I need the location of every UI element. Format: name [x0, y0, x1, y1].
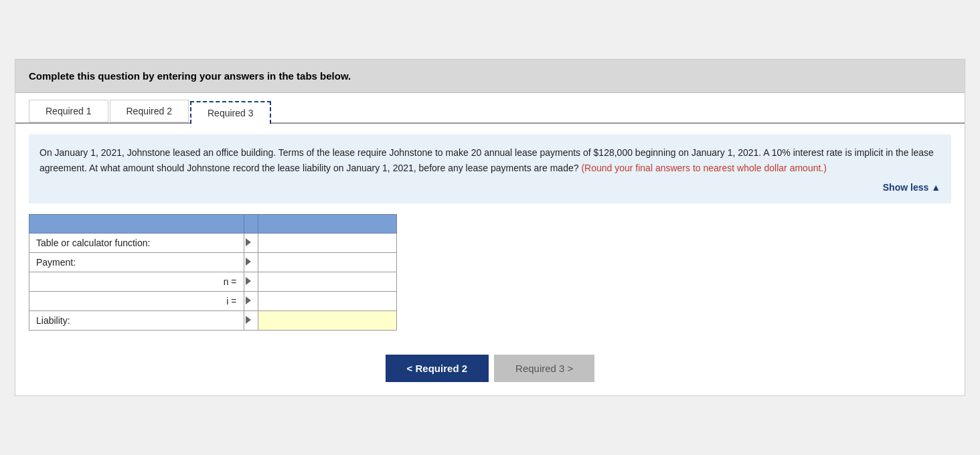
- show-less-container: Show less: [39, 182, 941, 193]
- header-cell-arrow: [244, 214, 258, 233]
- input-cell-liability[interactable]: [258, 310, 397, 330]
- header-cell-label: [29, 214, 244, 233]
- table-header-row: [29, 214, 397, 233]
- arrow-liability: [244, 310, 258, 330]
- main-container: Complete this question by entering your …: [15, 59, 965, 396]
- row-label-liability: Liability:: [29, 310, 244, 330]
- arrow-icon: [246, 258, 251, 266]
- table-row: Liability:: [29, 310, 397, 330]
- input-liability[interactable]: [258, 312, 396, 329]
- header-bar: Complete this question by entering your …: [15, 60, 965, 93]
- table-row: i =: [29, 291, 397, 310]
- arrow-icon: [246, 316, 251, 324]
- input-function[interactable]: [258, 234, 396, 252]
- input-cell-n[interactable]: [258, 272, 397, 291]
- input-i[interactable]: [258, 292, 396, 310]
- next-button[interactable]: Required 3 >: [494, 355, 594, 382]
- bottom-nav: < Required 2 Required 3 >: [15, 341, 965, 395]
- arrow-icon: [246, 296, 251, 304]
- prev-button[interactable]: < Required 2: [386, 355, 489, 382]
- calc-table: Table or calculator function: Payment:: [29, 214, 397, 331]
- input-n[interactable]: [258, 273, 396, 290]
- row-label-function: Table or calculator function:: [29, 233, 244, 252]
- arrow-function: [244, 233, 258, 252]
- table-row: Payment:: [29, 252, 397, 272]
- tab-required-3[interactable]: Required 3: [190, 101, 271, 124]
- input-cell-i[interactable]: [258, 291, 397, 310]
- tabs-row: Required 1 Required 2 Required 3: [15, 93, 965, 124]
- table-row: n =: [29, 272, 397, 291]
- header-cell-value: [258, 214, 397, 233]
- input-cell-payment[interactable]: [258, 252, 397, 272]
- table-section: Table or calculator function: Payment:: [29, 214, 951, 331]
- arrow-icon: [246, 277, 251, 285]
- arrow-i: [244, 291, 258, 310]
- show-less-link[interactable]: Show less: [883, 182, 941, 193]
- content-area: Required 1 Required 2 Required 3 On Janu…: [15, 93, 965, 395]
- tab-required-1[interactable]: Required 1: [29, 100, 108, 122]
- row-label-payment: Payment:: [29, 252, 244, 272]
- round-note: (Round your final answers to nearest who…: [581, 163, 827, 173]
- arrow-icon: [246, 238, 251, 246]
- arrow-payment: [244, 252, 258, 272]
- arrow-n: [244, 272, 258, 291]
- row-label-i: i =: [29, 291, 244, 310]
- tab-required-2[interactable]: Required 2: [110, 100, 189, 122]
- input-cell-function[interactable]: [258, 233, 397, 252]
- table-row: Table or calculator function:: [29, 233, 397, 252]
- header-instruction: Complete this question by entering your …: [29, 70, 951, 82]
- input-payment[interactable]: [258, 254, 396, 271]
- row-label-n: n =: [29, 272, 244, 291]
- question-text: On January 1, 2021, Johnstone leased an …: [39, 145, 941, 175]
- question-box: On January 1, 2021, Johnstone leased an …: [29, 134, 951, 203]
